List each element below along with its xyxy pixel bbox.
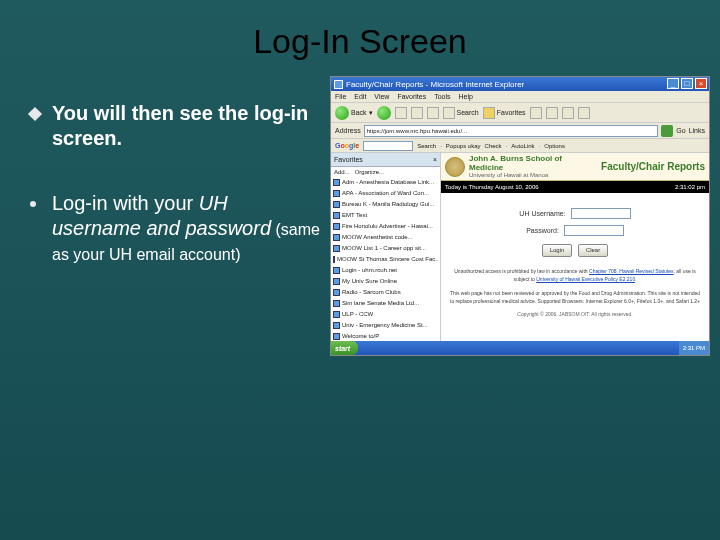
media-icon[interactable] xyxy=(530,107,542,119)
favorites-item[interactable]: Welcome to/P xyxy=(333,331,438,341)
menu-help[interactable]: Help xyxy=(459,93,473,100)
dot-bullet-icon xyxy=(30,201,36,207)
page-icon xyxy=(333,322,340,329)
login-form: UH Username: Password: Login Clear Unaut… xyxy=(441,193,709,341)
username-label: UH Username: xyxy=(519,210,565,217)
google-popups[interactable]: Popups okay xyxy=(446,143,481,149)
favorites-button[interactable]: Favorites xyxy=(483,107,526,119)
ie-titlebar: Faculty/Chair Reports - Microsoft Intern… xyxy=(331,77,709,91)
login-button[interactable]: Login xyxy=(542,244,572,257)
ie-toolbar: Back▾ Search Favorites xyxy=(331,103,709,123)
favorites-item[interactable]: My Univ Sure Online xyxy=(333,276,438,287)
time-text: 2:31:02 pm xyxy=(675,184,705,190)
menu-tools[interactable]: Tools xyxy=(434,93,450,100)
page-icon xyxy=(333,179,340,186)
google-search-btn[interactable]: Search xyxy=(417,143,436,149)
page-icon xyxy=(333,278,340,285)
favorites-close-icon[interactable]: × xyxy=(433,156,437,163)
page-icon xyxy=(333,212,340,219)
favorites-item[interactable]: Univ - Emergency Medicine St... xyxy=(333,320,438,331)
diamond-bullet-icon xyxy=(28,107,42,121)
favorites-item[interactable]: ULP - CCW xyxy=(333,309,438,320)
history-icon[interactable] xyxy=(546,107,558,119)
address-label: Address xyxy=(335,127,361,134)
address-input[interactable]: https://jom.www.mc.hpu.hawaii.edu/... xyxy=(364,125,659,137)
back-button[interactable]: Back▾ xyxy=(335,106,373,120)
stop-icon[interactable] xyxy=(395,107,407,119)
google-options[interactable]: Options xyxy=(544,143,565,149)
menu-view[interactable]: View xyxy=(374,93,389,100)
bullet-2-text: Log-in with your UH username and passwor… xyxy=(52,191,320,266)
bullet-2: Log-in with your UH username and passwor… xyxy=(30,191,320,266)
menu-favorites[interactable]: Favorites xyxy=(397,93,426,100)
page-icon xyxy=(333,223,340,230)
home-icon[interactable] xyxy=(427,107,439,119)
favorites-item[interactable]: Sim lane Senate Media Ltd... xyxy=(333,298,438,309)
window-title: Faculty/Chair Reports - Microsoft Intern… xyxy=(346,80,524,89)
favorites-add[interactable]: Add... xyxy=(334,169,350,175)
google-autolink[interactable]: AutoLink xyxy=(511,143,534,149)
print-icon[interactable] xyxy=(578,107,590,119)
windows-taskbar: start 2:31 PM xyxy=(331,341,709,355)
clear-button[interactable]: Clear xyxy=(578,244,608,257)
favorites-item[interactable]: Adm - Anesthesia Database Link... xyxy=(333,177,438,188)
page-icon xyxy=(333,201,340,208)
password-input[interactable] xyxy=(564,225,624,236)
browser-screenshot: Faculty/Chair Reports - Microsoft Intern… xyxy=(330,76,710,356)
page-icon xyxy=(333,234,340,241)
mail-icon[interactable] xyxy=(562,107,574,119)
ie-body: Favorites × Add... Organize... Adm - Ane… xyxy=(331,153,709,341)
page-main: John A. Burns School of Medicine Univers… xyxy=(441,153,709,341)
close-button[interactable]: × xyxy=(695,78,707,89)
google-toolbar: Google Search · Popups okay Check · Auto… xyxy=(331,139,709,153)
policy-link[interactable]: University of Hawaii Executive Policy E2… xyxy=(536,276,635,282)
go-label: Go xyxy=(676,127,685,134)
search-icon xyxy=(443,107,455,119)
page-header: John A. Burns School of Medicine Univers… xyxy=(441,153,709,181)
favorites-header: Favorites × xyxy=(331,153,440,167)
forward-button[interactable] xyxy=(377,106,391,120)
org-name: John A. Burns School of Medicine xyxy=(469,154,597,172)
favorites-item[interactable]: Login - uhm.rcuh.net xyxy=(333,265,438,276)
disclaimer-1: Unauthorized access is prohibited by law… xyxy=(449,267,701,283)
page-icon xyxy=(333,333,340,340)
go-button[interactable] xyxy=(661,125,673,137)
favorites-item[interactable]: APA - Association of Ward Con... xyxy=(333,188,438,199)
page-icon xyxy=(333,289,340,296)
page-icon xyxy=(333,256,335,263)
google-search-input[interactable] xyxy=(363,141,413,151)
slide-title: Log-In Screen xyxy=(0,0,720,61)
links-label[interactable]: Links xyxy=(689,127,705,134)
page-icon xyxy=(333,190,340,197)
menu-file[interactable]: File xyxy=(335,93,346,100)
favorites-item[interactable]: MOOW Anesthetist code... xyxy=(333,232,438,243)
minimize-button[interactable]: _ xyxy=(667,78,679,89)
refresh-icon[interactable] xyxy=(411,107,423,119)
favorites-organize[interactable]: Organize... xyxy=(355,169,384,175)
favorites-item[interactable]: EMT Test xyxy=(333,210,438,221)
favorites-item[interactable]: MOOW List 1 - Career opp sit... xyxy=(333,243,438,254)
favorites-item[interactable]: Bureau K - Manila Radiology Gui... xyxy=(333,199,438,210)
start-button[interactable]: start xyxy=(331,341,358,355)
date-text: Today is Thursday August 10, 2006 xyxy=(445,184,539,190)
favorites-item[interactable]: Radio - Sarcom Clubs xyxy=(333,287,438,298)
maximize-button[interactable]: □ xyxy=(681,78,693,89)
favorites-item[interactable]: MOOW St Thomas Sincere Cost Fac... xyxy=(333,254,438,265)
menu-edit[interactable]: Edit xyxy=(354,93,366,100)
ie-address-bar: Address https://jom.www.mc.hpu.hawaii.ed… xyxy=(331,123,709,139)
search-button[interactable]: Search xyxy=(443,107,479,119)
password-label: Password: xyxy=(526,227,559,234)
favorites-panel: Favorites × Add... Organize... Adm - Ane… xyxy=(331,153,441,341)
favorites-item[interactable]: Fire Honolulu Advertiser - Hawai... xyxy=(333,221,438,232)
google-check[interactable]: Check xyxy=(485,143,502,149)
slide-content: You will then see the log-in screen. Log… xyxy=(0,61,720,356)
bullet-1: You will then see the log-in screen. xyxy=(30,101,320,151)
ie-menubar: File Edit View Favorites Tools Help xyxy=(331,91,709,103)
disclaimer-2: This web page has not been reviewed or a… xyxy=(449,289,701,305)
jabsom-seal-icon xyxy=(445,157,465,177)
star-icon xyxy=(483,107,495,119)
back-icon xyxy=(335,106,349,120)
username-input[interactable] xyxy=(571,208,631,219)
copyright: Copyright © 2006, JABSOM OIT. All rights… xyxy=(449,311,701,317)
statutes-link[interactable]: Chapter 708, Hawaii Revised Statutes xyxy=(589,268,674,274)
